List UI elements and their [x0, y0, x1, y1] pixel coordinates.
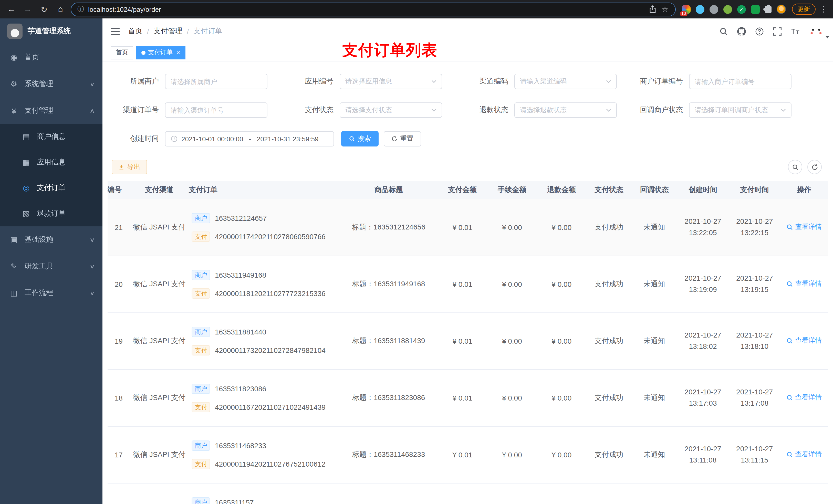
table-row[interactable]: 17 微信 JSAPI 支付 商户 1635311468233 支付 42000… — [108, 426, 828, 483]
sidebar-item-dev-tools[interactable]: ✎ 研发工具 ∨ — [0, 253, 102, 280]
reset-button[interactable]: 重置 — [384, 131, 421, 146]
create-time-range[interactable]: 2021-10-01 00:00:00 - 2021-10-31 23:59:5… — [165, 131, 334, 146]
extension-icon-gray[interactable] — [710, 5, 718, 14]
sidebar-item-system[interactable]: ⚙ 系统管理 ∨ — [0, 71, 102, 97]
search-button[interactable]: 搜索 — [341, 131, 379, 146]
search-icon[interactable] — [719, 27, 728, 36]
refund-amount-cell: ¥ 0.00 — [537, 312, 587, 369]
table-row[interactable]: 商户 1635311157 支付 — [108, 483, 828, 504]
address-bar[interactable]: ⓘ localhost:1024/pay/order ☆ — [71, 2, 676, 16]
extensions-puzzle-icon[interactable] — [765, 6, 771, 13]
col-pay-order: 支付订单 — [189, 181, 340, 199]
table-row[interactable]: 19 微信 JSAPI 支付 商户 1635311881440 支付 42000… — [108, 312, 828, 369]
refresh-button[interactable] — [807, 160, 822, 174]
merchant-order-no-input[interactable] — [689, 74, 791, 89]
extension-icon-olive[interactable] — [723, 5, 732, 14]
view-detail-link[interactable]: 查看详情 — [786, 336, 822, 345]
help-icon[interactable] — [755, 27, 764, 36]
sidebar-item-app-info[interactable]: ▦ 应用信息 — [0, 149, 102, 175]
extension-icon-chat[interactable] — [751, 5, 760, 14]
view-detail-link[interactable]: 查看详情 — [786, 450, 822, 459]
close-icon[interactable]: × — [176, 49, 180, 56]
merchant-select[interactable] — [165, 74, 267, 89]
merchant-order-no: 1635311823086 — [215, 384, 266, 392]
channel-code-label: 渠道编码 — [457, 77, 514, 86]
browser-menu-icon[interactable]: ⋮ — [820, 5, 828, 14]
font-size-icon[interactable] — [790, 27, 800, 36]
sidebar-item-label: 应用信息 — [37, 158, 66, 167]
refresh-icon — [391, 136, 398, 142]
action-cell: 查看详情 — [781, 369, 828, 426]
channel-order-no-input[interactable] — [165, 102, 267, 118]
app-logo[interactable]: 芋道管理系统 — [0, 19, 102, 44]
bookmark-star-icon[interactable]: ☆ — [661, 5, 669, 13]
sidebar-item-label: 商户信息 — [37, 132, 66, 141]
fee-amount-cell: ¥ 0.00 — [487, 369, 537, 426]
extension-icon-badge[interactable] — [682, 5, 691, 14]
sidebar-item-pay-order[interactable]: ◎ 支付订单 — [0, 175, 102, 201]
filter-row-2: 渠道订单号 支付状态 请选择支付状态 退款状态 请选择退款状态 — [108, 102, 828, 118]
sidebar-item-label: 支付订单 — [37, 183, 66, 193]
merchant-tag: 商户 — [192, 213, 210, 223]
extension-icon-drop[interactable] — [696, 5, 705, 14]
chevron-down-icon: ∨ — [89, 81, 95, 87]
sidebar-item-refund-order[interactable]: ▧ 退款订单 — [0, 201, 102, 226]
sidebar-item-payment[interactable]: ¥ 支付管理 ∧ — [0, 97, 102, 124]
pay-tag: 支付 — [192, 288, 210, 298]
pay-order-no: 4200001173202110272847982104 — [215, 346, 326, 354]
github-icon[interactable] — [737, 27, 746, 36]
channel-code-select[interactable]: 请输入渠道编码 — [514, 74, 617, 89]
sidebar-item-home[interactable]: ◉ 首页 — [0, 44, 102, 71]
app-no-select[interactable]: 请选择应用信息 — [340, 74, 442, 89]
sidebar-item-workflow[interactable]: ◫ 工作流程 ∨ — [0, 280, 102, 306]
export-button[interactable]: 导出 — [112, 160, 147, 174]
annotation-title: 支付订单列表 — [342, 40, 437, 61]
select-placeholder: 请选择订单回调商户状态 — [695, 105, 768, 115]
reload-icon[interactable]: ↻ — [38, 3, 50, 15]
breadcrumb-payment[interactable]: 支付管理 — [154, 27, 182, 36]
notify-status-cell: 未通知 — [632, 312, 677, 369]
tag-home[interactable]: 首页 — [111, 46, 133, 59]
refund-amount-cell — [537, 483, 587, 504]
search-icon — [786, 338, 793, 344]
share-icon[interactable] — [648, 5, 657, 13]
channel-order-no-label: 渠道订单号 — [108, 105, 165, 115]
date-start: 2021-10-01 00:00:00 — [181, 135, 243, 143]
sidebar-item-infra[interactable]: ▣ 基础设施 ∨ — [0, 226, 102, 253]
fullscreen-icon[interactable] — [772, 27, 782, 36]
chevron-down-icon — [606, 80, 611, 83]
view-detail-link[interactable]: 查看详情 — [786, 393, 822, 402]
table-row[interactable]: 21 微信 JSAPI 支付 商户 1635312124657 支付 42000… — [108, 199, 828, 256]
site-info-icon[interactable]: ⓘ — [77, 5, 84, 14]
browser-profile-avatar[interactable] — [777, 5, 786, 14]
table-row[interactable]: 20 微信 JSAPI 支付 商户 1635311949168 支付 42000… — [108, 256, 828, 312]
search-icon — [786, 224, 793, 231]
forward-icon[interactable]: → — [22, 3, 34, 15]
refund-status-select[interactable]: 请选择退款状态 — [514, 102, 617, 118]
breadcrumb-home[interactable]: 首页 — [128, 27, 142, 36]
hamburger-icon[interactable] — [111, 28, 120, 35]
extension-icon-check[interactable]: ✓ — [737, 5, 746, 14]
pay-status-cell — [586, 483, 632, 504]
sidebar-item-label: 工作流程 — [25, 288, 53, 297]
fee-amount-cell: ¥ 0.00 — [487, 426, 537, 483]
view-detail-link[interactable]: 查看详情 — [786, 280, 822, 289]
pay-status-select[interactable]: 请选择支付状态 — [340, 102, 442, 118]
toggle-search-button[interactable] — [788, 160, 802, 174]
view-detail-link[interactable]: 查看详情 — [786, 222, 822, 232]
order-table: 编号 支付渠道 支付订单 商品标题 支付金额 手续金额 退款金额 支付状态 回调… — [108, 181, 828, 504]
tag-pay-order[interactable]: 支付订单 × — [136, 46, 185, 59]
home-icon[interactable]: ⌂ — [54, 3, 67, 15]
refund-amount-cell: ¥ 0.00 — [537, 426, 587, 483]
browser-update-chip[interactable]: 更新 — [792, 4, 815, 15]
create-time-label: 创建时间 — [108, 134, 165, 143]
back-icon[interactable]: ← — [5, 3, 18, 15]
logo-avatar — [7, 24, 23, 39]
order-id-cell: 21 — [108, 199, 129, 256]
notify-status-select[interactable]: 请选择订单回调商户状态 — [689, 102, 791, 118]
user-avatar[interactable] — [808, 23, 825, 40]
notify-status-cell: 未通知 — [632, 199, 677, 256]
table-row[interactable]: 18 微信 JSAPI 支付 商户 1635311823086 支付 42000… — [108, 369, 828, 426]
sidebar-item-merchant-info[interactable]: ▤ 商户信息 — [0, 124, 102, 149]
yen-icon: ¥ — [8, 106, 20, 115]
